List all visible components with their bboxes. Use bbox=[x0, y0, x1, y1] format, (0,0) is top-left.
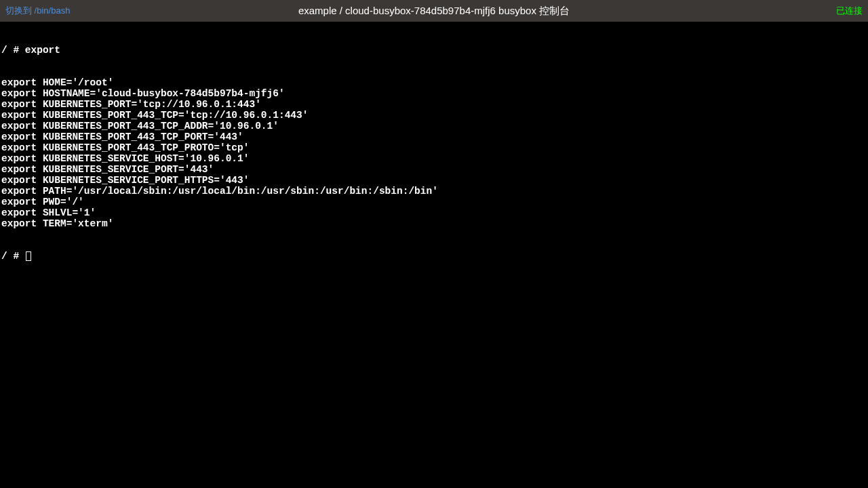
terminal-output-line: export TERM='xterm' bbox=[1, 218, 867, 229]
terminal-cursor bbox=[26, 251, 31, 261]
terminal-output-line: export KUBERNETES_PORT_443_TCP_PORT='443… bbox=[1, 131, 867, 142]
terminal-area[interactable]: / # export export HOME='/root'export HOS… bbox=[0, 22, 868, 274]
terminal-output-line: export KUBERNETES_SERVICE_HOST='10.96.0.… bbox=[1, 153, 867, 164]
switch-shell-link[interactable]: 切换到 /bin/bash bbox=[5, 5, 70, 17]
terminal-active-prompt-line: / # bbox=[1, 251, 867, 262]
terminal-output-line: export KUBERNETES_PORT='tcp://10.96.0.1:… bbox=[1, 99, 867, 110]
terminal-output-line: export HOSTNAME='cloud-busybox-784d5b97b… bbox=[1, 88, 867, 99]
terminal-output-line: export KUBERNETES_PORT_443_TCP_ADDR='10.… bbox=[1, 121, 867, 131]
terminal-output-line: export KUBERNETES_SERVICE_PORT_HTTPS='44… bbox=[1, 175, 867, 186]
terminal-prompt: / # bbox=[1, 45, 25, 56]
terminal-output-line: export KUBERNETES_SERVICE_PORT='443' bbox=[1, 164, 867, 175]
terminal-output: export HOME='/root'export HOSTNAME='clou… bbox=[1, 77, 867, 229]
console-header: 切换到 /bin/bash example / cloud-busybox-78… bbox=[0, 0, 868, 22]
terminal-command: export bbox=[25, 45, 60, 56]
terminal-output-line: export PATH='/usr/local/sbin:/usr/local/… bbox=[1, 186, 867, 197]
console-title: example / cloud-busybox-784d5b97b4-mjfj6… bbox=[298, 5, 570, 18]
terminal-prompt: / # bbox=[1, 251, 25, 262]
terminal-command-line: / # export bbox=[1, 45, 867, 56]
connection-status: 已连接 bbox=[836, 5, 863, 17]
terminal-output-line: export SHLVL='1' bbox=[1, 207, 867, 218]
terminal-output-line: export KUBERNETES_PORT_443_TCP_PROTO='tc… bbox=[1, 142, 867, 153]
terminal-output-line: export PWD='/' bbox=[1, 197, 867, 207]
terminal-output-line: export KUBERNETES_PORT_443_TCP='tcp://10… bbox=[1, 110, 867, 121]
terminal-output-line: export HOME='/root' bbox=[1, 77, 867, 88]
